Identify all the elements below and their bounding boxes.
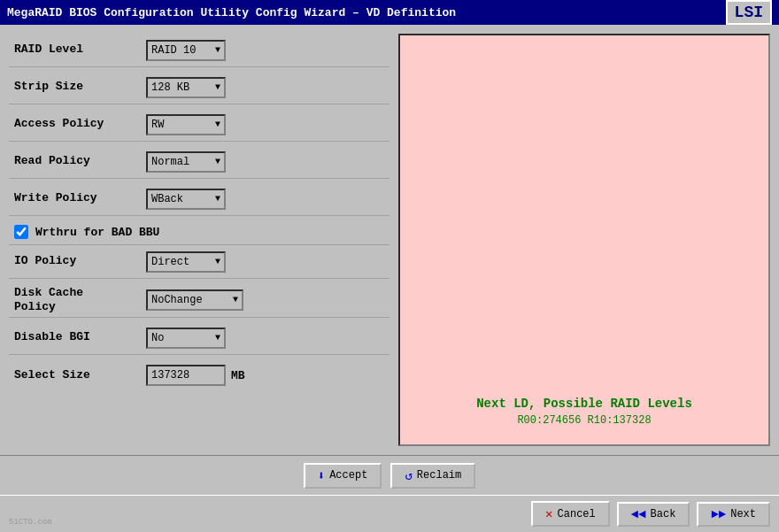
disable-bgi-control: No ▼ <box>146 328 390 349</box>
wrthru-label: Wrthru for BAD BBU <box>35 226 159 239</box>
accept-icon: ⬇ <box>318 468 325 483</box>
right-panel: Next LD, Possible RAID Levels R00:274656… <box>398 34 770 446</box>
reclaim-button[interactable]: ↺ Reclaim <box>390 463 475 489</box>
wrthru-checkbox[interactable] <box>14 225 28 239</box>
disk-cache-label: Disk CachePolicy <box>9 286 146 313</box>
next-icon: ►► <box>711 507 726 521</box>
next-button[interactable]: ►► Next <box>697 502 770 527</box>
back-button[interactable]: ◄◄ Back <box>617 502 690 527</box>
raid-level-arrow: ▼ <box>215 45 220 55</box>
raid-levels-subtitle: R00:274656 R10:137328 <box>517 414 651 427</box>
disk-cache-control: NoChange ▼ <box>146 289 390 311</box>
disable-bgi-arrow: ▼ <box>215 333 220 343</box>
disk-cache-select[interactable]: NoChange ▼ <box>146 289 243 311</box>
back-icon: ◄◄ <box>631 507 646 521</box>
io-policy-control: Direct ▼ <box>146 251 390 273</box>
disable-bgi-select[interactable]: No ▼ <box>146 328 226 349</box>
strip-size-arrow: ▼ <box>215 82 220 92</box>
write-policy-arrow: ▼ <box>215 194 220 204</box>
select-size-input[interactable]: 137328 <box>146 365 226 386</box>
app-window: MegaRAID BIOS Configuration Utility Conf… <box>0 0 779 532</box>
access-policy-control: RW ▼ <box>146 114 390 135</box>
access-policy-row: Access Policy RW ▼ <box>9 108 390 142</box>
disable-bgi-row: Disable BGI No ▼ <box>9 321 390 355</box>
select-size-control: 137328 MB <box>146 365 390 386</box>
nav-bar: 51CTO.com ✕ Cancel ◄◄ Back ►► Next <box>0 495 779 532</box>
reclaim-icon: ↺ <box>405 468 412 483</box>
io-policy-row: IO Policy Direct ▼ <box>9 245 390 279</box>
disable-bgi-label: Disable BGI <box>9 330 146 345</box>
write-policy-control: WBack ▼ <box>146 189 390 210</box>
raid-level-label: RAID Level <box>9 42 146 58</box>
lsi-logo: LSI <box>726 0 772 25</box>
title-bar: MegaRAID BIOS Configuration Utility Conf… <box>0 0 779 25</box>
read-policy-control: Normal ▼ <box>146 151 390 173</box>
watermark: 51CTO.com <box>9 518 52 527</box>
left-panel: RAID Level RAID 10 ▼ Strip Size 128 KB ▼ <box>9 34 390 446</box>
io-policy-arrow: ▼ <box>215 257 220 266</box>
wrthru-row: Wrthru for BAD BBU <box>9 220 390 245</box>
cancel-icon: ✕ <box>545 506 552 521</box>
select-size-row: Select Size 137328 MB <box>9 359 390 392</box>
raid-level-row: RAID Level RAID 10 ▼ <box>9 34 390 67</box>
strip-size-control: 128 KB ▼ <box>146 77 390 98</box>
access-policy-arrow: ▼ <box>215 120 220 129</box>
cancel-button[interactable]: ✕ Cancel <box>531 501 610 527</box>
read-policy-label: Read Policy <box>9 154 146 169</box>
disk-cache-row: Disk CachePolicy NoChange ▼ <box>9 282 390 318</box>
select-size-label: Select Size <box>9 368 146 383</box>
write-policy-row: Write Policy WBack ▼ <box>9 182 390 216</box>
raid-level-select[interactable]: RAID 10 ▼ <box>146 40 226 61</box>
io-policy-select[interactable]: Direct ▼ <box>146 251 226 273</box>
read-policy-arrow: ▼ <box>215 157 220 166</box>
accept-reclaim-bar: ⬇ Accept ↺ Reclaim <box>0 455 779 495</box>
access-policy-label: Access Policy <box>9 117 146 132</box>
disk-cache-arrow: ▼ <box>233 295 238 305</box>
access-policy-select[interactable]: RW ▼ <box>146 114 226 135</box>
read-policy-select[interactable]: Normal ▼ <box>146 151 226 173</box>
io-policy-label: IO Policy <box>9 254 146 269</box>
strip-size-row: Strip Size 128 KB ▼ <box>9 71 390 104</box>
strip-size-select[interactable]: 128 KB ▼ <box>146 77 226 98</box>
raid-levels-title: Next LD, Possible RAID Levels <box>476 397 692 411</box>
size-unit: MB <box>231 369 245 382</box>
raid-level-control: RAID 10 ▼ <box>146 40 390 61</box>
write-policy-select[interactable]: WBack ▼ <box>146 189 226 210</box>
read-policy-row: Read Policy Normal ▼ <box>9 145 390 179</box>
strip-size-label: Strip Size <box>9 80 146 95</box>
content-area: RAID Level RAID 10 ▼ Strip Size 128 KB ▼ <box>0 25 779 455</box>
write-policy-label: Write Policy <box>9 191 146 206</box>
title-text: MegaRAID BIOS Configuration Utility Conf… <box>7 6 456 19</box>
accept-button[interactable]: ⬇ Accept <box>304 463 382 489</box>
